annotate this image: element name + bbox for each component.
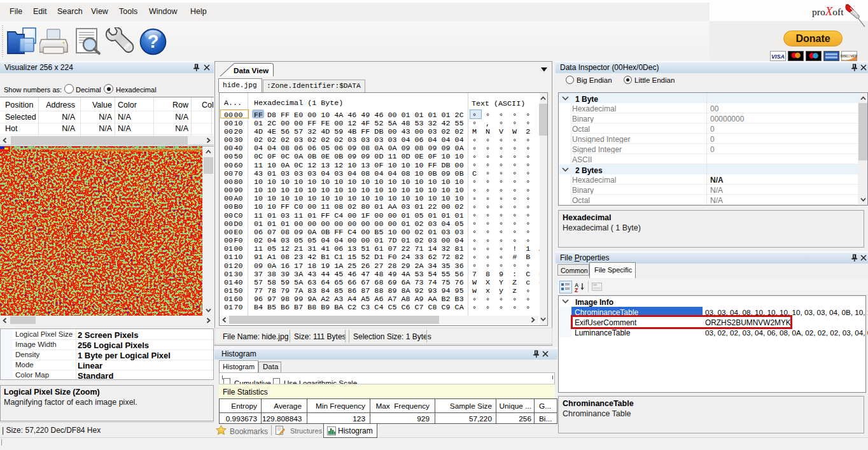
svg-text:VISA: VISA (771, 53, 785, 60)
svg-text:?: ? (148, 31, 159, 52)
svg-text:DISCOVER: DISCOVER (841, 54, 858, 58)
svg-text:Z: Z (575, 287, 578, 292)
